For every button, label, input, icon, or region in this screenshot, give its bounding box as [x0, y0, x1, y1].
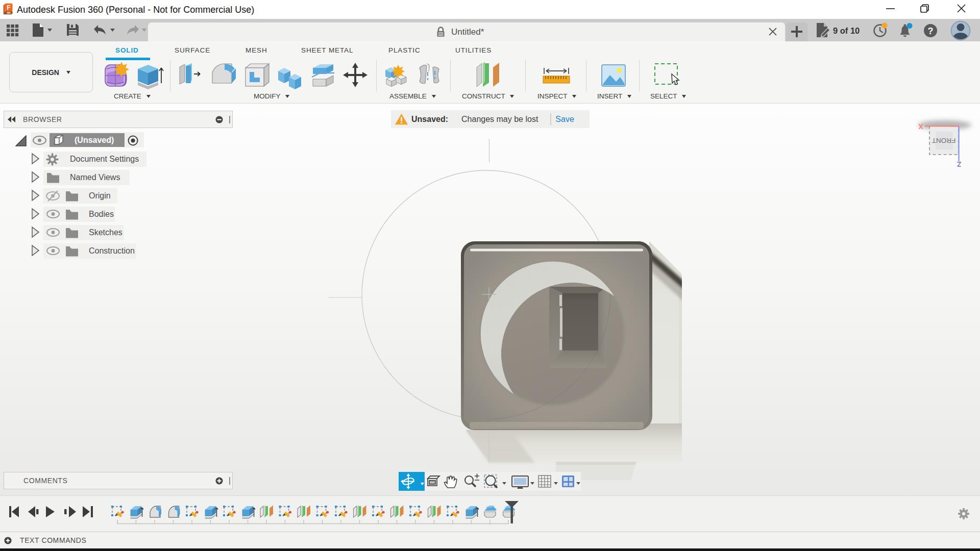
- svg-text:?: ?: [928, 26, 934, 36]
- svg-text:FRONT: FRONT: [932, 137, 956, 144]
- svg-text:360: 360: [7, 12, 11, 14]
- svg-text:X: X: [918, 122, 923, 131]
- svg-text:Z: Z: [957, 160, 961, 168]
- svg-text:9 of 10: 9 of 10: [833, 26, 860, 35]
- svg-text:F: F: [7, 4, 11, 11]
